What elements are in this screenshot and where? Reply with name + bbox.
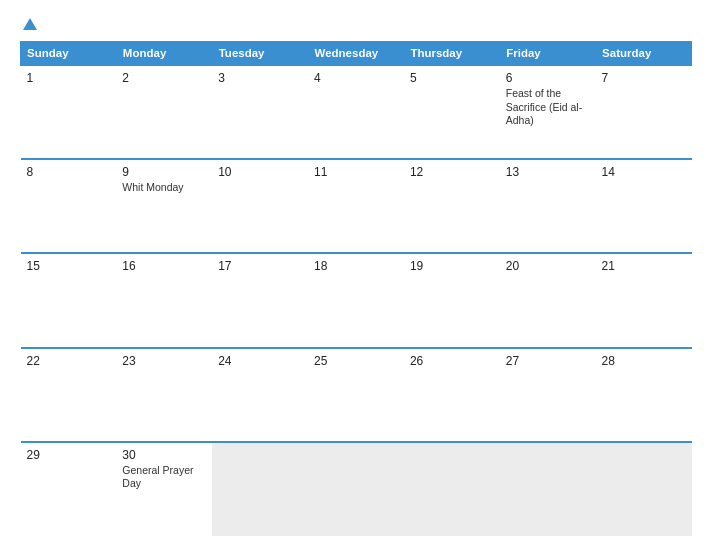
day-cell: 20 [500,253,596,347]
day-cell: 11 [308,159,404,253]
day-number: 28 [602,354,686,368]
day-number: 18 [314,259,398,273]
day-cell: 25 [308,348,404,442]
day-number: 29 [27,448,111,462]
day-number: 4 [314,71,398,85]
day-cell [404,442,500,536]
day-number: 26 [410,354,494,368]
day-number: 20 [506,259,590,273]
day-cell: 24 [212,348,308,442]
day-number: 3 [218,71,302,85]
day-cell: 22 [21,348,117,442]
day-cell: 5 [404,65,500,159]
day-number: 9 [122,165,206,179]
header [20,18,692,31]
day-number: 10 [218,165,302,179]
day-number: 13 [506,165,590,179]
day-number: 24 [218,354,302,368]
week-row-2: 89Whit Monday1011121314 [21,159,692,253]
day-number: 25 [314,354,398,368]
day-header-tuesday: Tuesday [212,42,308,66]
day-cell: 26 [404,348,500,442]
day-header-sunday: Sunday [21,42,117,66]
day-cell: 8 [21,159,117,253]
day-cell [500,442,596,536]
day-cell: 2 [116,65,212,159]
day-cell [596,442,692,536]
day-cell: 14 [596,159,692,253]
day-header-thursday: Thursday [404,42,500,66]
day-number: 14 [602,165,686,179]
day-cell: 18 [308,253,404,347]
day-number: 27 [506,354,590,368]
day-cell: 10 [212,159,308,253]
calendar-table: SundayMondayTuesdayWednesdayThursdayFrid… [20,41,692,536]
week-row-5: 2930General Prayer Day [21,442,692,536]
calendar-page: SundayMondayTuesdayWednesdayThursdayFrid… [0,0,712,550]
day-number: 7 [602,71,686,85]
day-header-friday: Friday [500,42,596,66]
day-cell: 7 [596,65,692,159]
week-row-3: 15161718192021 [21,253,692,347]
day-number: 23 [122,354,206,368]
day-cell: 4 [308,65,404,159]
day-number: 1 [27,71,111,85]
day-number: 5 [410,71,494,85]
day-number: 17 [218,259,302,273]
day-number: 11 [314,165,398,179]
day-cell: 9Whit Monday [116,159,212,253]
day-cell: 30General Prayer Day [116,442,212,536]
holiday-name: Whit Monday [122,181,183,193]
day-number: 2 [122,71,206,85]
logo-triangle-icon [23,18,37,30]
day-header-monday: Monday [116,42,212,66]
logo [20,18,37,31]
day-cell [212,442,308,536]
day-number: 30 [122,448,206,462]
day-cell: 21 [596,253,692,347]
day-cell: 16 [116,253,212,347]
week-row-1: 123456Feast of the Sacrifice (Eid al-Adh… [21,65,692,159]
day-cell: 3 [212,65,308,159]
holiday-name: Feast of the Sacrifice (Eid al-Adha) [506,87,582,126]
day-cell: 23 [116,348,212,442]
day-number: 15 [27,259,111,273]
day-number: 22 [27,354,111,368]
day-cell: 19 [404,253,500,347]
day-number: 16 [122,259,206,273]
day-number: 19 [410,259,494,273]
day-cell: 15 [21,253,117,347]
day-header-row: SundayMondayTuesdayWednesdayThursdayFrid… [21,42,692,66]
day-number: 12 [410,165,494,179]
day-number: 8 [27,165,111,179]
day-cell: 13 [500,159,596,253]
day-header-wednesday: Wednesday [308,42,404,66]
day-cell: 12 [404,159,500,253]
holiday-name: General Prayer Day [122,464,193,490]
week-row-4: 22232425262728 [21,348,692,442]
day-number: 6 [506,71,590,85]
day-cell: 1 [21,65,117,159]
day-cell: 28 [596,348,692,442]
day-cell [308,442,404,536]
day-header-saturday: Saturday [596,42,692,66]
logo-blue-text [20,18,37,31]
day-cell: 29 [21,442,117,536]
day-cell: 6Feast of the Sacrifice (Eid al-Adha) [500,65,596,159]
day-cell: 17 [212,253,308,347]
day-number: 21 [602,259,686,273]
day-cell: 27 [500,348,596,442]
